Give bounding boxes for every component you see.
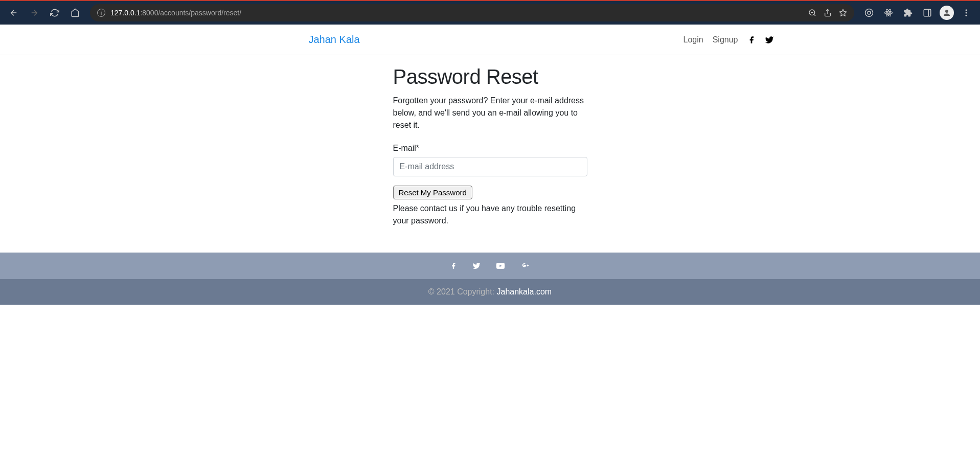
svg-rect-8 xyxy=(924,9,931,16)
svg-point-3 xyxy=(868,11,871,14)
footer-facebook-icon[interactable] xyxy=(450,261,457,271)
login-link[interactable]: Login xyxy=(683,35,703,44)
page-title: Password Reset xyxy=(393,65,587,88)
address-bar[interactable]: i 127.0.0.1:8000/accounts/password/reset… xyxy=(90,4,854,21)
copyright-link[interactable]: Jahankala.com xyxy=(497,287,552,296)
extension-icon-1[interactable] xyxy=(860,4,878,21)
svg-point-12 xyxy=(966,12,967,14)
email-input[interactable] xyxy=(393,157,587,176)
signup-link[interactable]: Signup xyxy=(713,35,738,44)
forward-button[interactable] xyxy=(26,4,43,21)
email-label: E-mail* xyxy=(393,144,587,153)
share-icon[interactable] xyxy=(824,9,832,17)
url-text: 127.0.0.1:8000/accounts/password/reset/ xyxy=(110,9,241,17)
svg-point-2 xyxy=(865,9,873,17)
back-button[interactable] xyxy=(5,4,22,21)
copyright-text: © 2021 Copyright: xyxy=(428,287,497,296)
footer-social-bar xyxy=(0,253,980,279)
description-text: Forgotten your password? Enter your e-ma… xyxy=(393,95,587,131)
reload-button[interactable] xyxy=(46,4,63,21)
svg-point-4 xyxy=(888,12,890,14)
svg-point-13 xyxy=(966,15,967,16)
svg-point-10 xyxy=(945,10,948,13)
site-info-icon[interactable]: i xyxy=(97,9,105,17)
footer-copyright: © 2021 Copyright: Jahankala.com xyxy=(0,279,980,305)
zoom-icon[interactable] xyxy=(808,9,816,17)
menu-icon[interactable] xyxy=(958,4,975,21)
site-footer: © 2021 Copyright: Jahankala.com xyxy=(0,253,980,305)
reset-password-button[interactable]: Reset My Password xyxy=(393,186,472,199)
svg-point-11 xyxy=(966,9,967,11)
panel-icon[interactable] xyxy=(919,4,936,21)
profile-avatar[interactable] xyxy=(938,4,955,21)
svg-marker-1 xyxy=(839,9,846,16)
main-content: Password Reset Forgotten your password? … xyxy=(199,55,782,253)
facebook-icon[interactable] xyxy=(747,36,756,44)
bookmark-star-icon[interactable] xyxy=(839,9,847,17)
browser-chrome: i 127.0.0.1:8000/accounts/password/reset… xyxy=(0,0,980,25)
help-text: Please contact us if you have any troubl… xyxy=(393,202,587,227)
site-navbar: Jahan Kala Login Signup xyxy=(0,25,980,55)
footer-twitter-icon[interactable] xyxy=(472,261,481,271)
footer-youtube-icon[interactable] xyxy=(496,261,505,271)
footer-googleplus-icon[interactable] xyxy=(520,261,531,271)
brand-link[interactable]: Jahan Kala xyxy=(309,34,360,46)
extensions-icon[interactable] xyxy=(899,4,917,21)
password-reset-form: E-mail* Reset My Password xyxy=(393,144,587,202)
svg-point-5 xyxy=(885,11,893,14)
twitter-icon[interactable] xyxy=(765,35,774,44)
home-button[interactable] xyxy=(66,4,84,21)
react-devtools-icon[interactable] xyxy=(880,4,897,21)
